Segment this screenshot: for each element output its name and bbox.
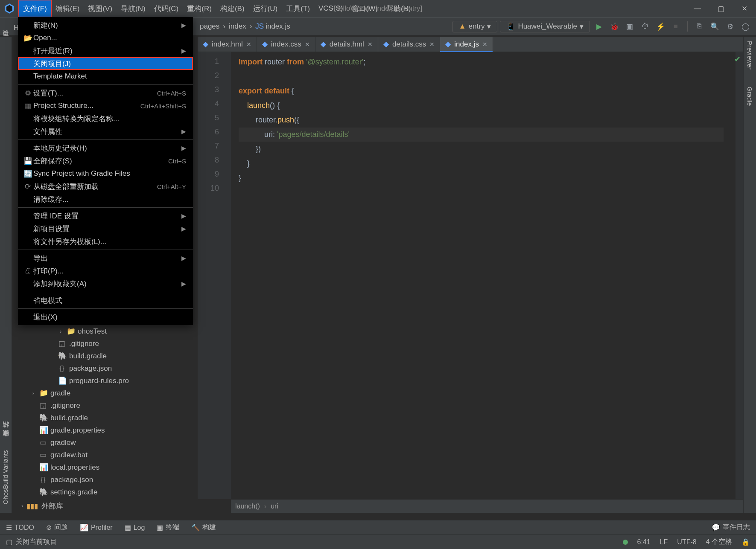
line-number[interactable]: 6 (202, 125, 219, 139)
menu-item-添加到收藏夹a[interactable]: 添加到收藏夹(A)▶ (18, 277, 193, 290)
editor-tab-details-hml[interactable]: ◆details.hml✕ (315, 37, 378, 52)
menu-item-清除缓存[interactable]: 清除缓存... (18, 193, 193, 206)
editor-right-gutter[interactable] (736, 52, 743, 499)
menu-item-从磁盘全部重新加载[interactable]: ⟳从磁盘全部重新加载Ctrl+Alt+Y (18, 180, 193, 193)
crumb-index[interactable]: index (229, 22, 246, 31)
menu-navigate[interactable]: 导航(N) (117, 0, 150, 17)
menu-item-打开最近r[interactable]: 打开最近(R)▶ (18, 44, 193, 57)
run-button[interactable]: ▶ (593, 20, 605, 33)
tree-row[interactable]: 🐘build.gradle (20, 350, 195, 362)
line-number[interactable]: 4 (202, 97, 219, 111)
readonly-toggle[interactable]: 🔒 (741, 538, 750, 546)
line-number[interactable]: 10 (202, 181, 219, 195)
menu-item-新项目设置[interactable]: 新项目设置▶ (18, 222, 193, 235)
caret-position[interactable]: 6:41 (637, 538, 651, 546)
menu-item-设置t[interactable]: ⚙设置(T)...Ctrl+Alt+S (18, 87, 193, 99)
tree-row[interactable]: 📄proguard-rules.pro (20, 375, 195, 387)
tree-row[interactable]: 🐘settings.gradle (20, 486, 195, 498)
tree-row[interactable]: ›📁ohosTest (20, 325, 195, 337)
editor-tab-index-js[interactable]: ◆index.js✕ (440, 37, 493, 52)
vcs-button[interactable]: ⎘ (693, 20, 706, 33)
tree-row[interactable]: ›📁gradle (20, 387, 195, 399)
menu-item-将模块组转换为限定名称[interactable]: 将模块组转换为限定名称... (18, 112, 193, 125)
stop-button[interactable]: ■ (669, 20, 682, 33)
menu-item-关闭项目j[interactable]: 关闭项目(J) (18, 57, 193, 70)
rail-ohos-variants[interactable]: OhosBuild Variants (0, 446, 11, 508)
tree-row[interactable]: {}package.json (20, 362, 195, 375)
rail-structure[interactable]: 结构 (0, 429, 12, 437)
menu-item-管理-ide-设置[interactable]: 管理 IDE 设置▶ (18, 209, 193, 222)
status-ok-icon[interactable] (623, 540, 628, 545)
editor-tab-index-hml[interactable]: ◆index.hml✕ (198, 37, 257, 52)
menu-item-本地历史记录h[interactable]: 本地历史记录(H)▶ (18, 142, 193, 154)
line-ending[interactable]: LF (660, 538, 668, 546)
rail-previewer[interactable]: Previewer (744, 37, 756, 74)
search-everywhere-button[interactable]: 🔍 (708, 20, 721, 33)
bc-launch[interactable]: launch() (235, 503, 260, 510)
line-number[interactable]: 9 (202, 167, 219, 181)
bc-uri[interactable]: uri (271, 503, 278, 510)
expand-toggle[interactable]: › (58, 328, 63, 334)
coverage-button[interactable]: ▣ (623, 20, 636, 33)
menu-view[interactable]: 视图(V) (84, 0, 117, 17)
menu-item-导出[interactable]: 导出▶ (18, 252, 193, 264)
menu-refactor[interactable]: 重构(R) (183, 0, 216, 17)
device-selector[interactable]: 📱 Huawei_Wearable ▾ (500, 21, 590, 32)
ext-lib-row[interactable]: › ▮▮▮ 外部库 (20, 500, 195, 512)
menu-item-全部保存s[interactable]: 💾全部保存(S)Ctrl+S (18, 154, 193, 167)
menu-item-退出x[interactable]: 退出(X) (18, 311, 193, 323)
tw-build[interactable]: 🔨构建 (191, 523, 216, 532)
close-tab-icon[interactable]: ✕ (368, 41, 373, 48)
tree-row[interactable]: ▭gradlew.bat (20, 449, 195, 461)
tw-log[interactable]: ▤Log (125, 523, 145, 532)
line-number[interactable]: 1 (202, 55, 219, 69)
line-number[interactable]: 8 (202, 153, 219, 167)
line-gutter[interactable]: 12345678910 (198, 52, 223, 499)
code-editor[interactable]: import router from '@system.router'; exp… (231, 52, 731, 499)
account-button[interactable]: ◯ (739, 20, 752, 33)
close-tab-icon[interactable]: ✕ (429, 41, 435, 48)
menu-edit[interactable]: 编辑(E) (51, 0, 84, 17)
crumb-pages[interactable]: pages (200, 22, 219, 31)
tree-row[interactable]: ◱.gitignore (20, 399, 195, 412)
menu-run[interactable]: 运行(U) (249, 0, 282, 17)
rail-gradle[interactable]: Gradle (744, 82, 756, 110)
tw-profiler[interactable]: 📈Profiler (80, 523, 113, 532)
menu-item-文件属性[interactable]: 文件属性▶ (18, 125, 193, 138)
menu-item-open[interactable]: 📂Open... (18, 32, 193, 44)
expand-toggle[interactable]: › (21, 503, 23, 509)
tw-terminal[interactable]: ▣终端 (157, 523, 179, 532)
tw-todo[interactable]: ☰TODO (6, 523, 34, 532)
minimize-button[interactable]: — (686, 0, 709, 17)
menu-item-sync-project-with-gradle-files[interactable]: 🔄Sync Project with Gradle Files (18, 167, 193, 180)
menu-item-省电模式[interactable]: 省电模式 (18, 294, 193, 307)
menu-build[interactable]: 构建(B) (216, 0, 249, 17)
line-number[interactable]: 2 (202, 69, 219, 83)
tree-row[interactable]: ▭gradlew (20, 436, 195, 449)
editor-tab-details-css[interactable]: ◆details.css✕ (378, 37, 440, 52)
run-config-selector[interactable]: ▲ entry ▾ (452, 21, 498, 32)
menu-tools[interactable]: 工具(T) (282, 0, 314, 17)
line-number[interactable]: 5 (202, 111, 219, 125)
rail-favorites[interactable]: 收藏夹 (0, 437, 12, 446)
indent-setting[interactable]: 4 个空格 (706, 537, 732, 546)
menu-item-将文件另存为模板l[interactable]: 将文件另存为模板(L)... (18, 235, 193, 248)
close-tab-icon[interactable]: ✕ (305, 41, 310, 48)
maximize-button[interactable]: ▢ (709, 0, 733, 17)
tw-events[interactable]: 💬事件日志 (712, 523, 750, 532)
tree-row[interactable]: 📊gradle.properties (20, 424, 195, 436)
file-encoding[interactable]: UTF-8 (677, 538, 696, 546)
close-tab-icon[interactable]: ✕ (482, 41, 487, 48)
tree-row[interactable]: 📊local.properties (20, 461, 195, 473)
rail-project[interactable]: 项目 (0, 37, 12, 45)
tree-row[interactable]: 🐘build.gradle (20, 412, 195, 424)
menu-item-新建n[interactable]: 新建(N)▶ (18, 19, 193, 32)
profile-button[interactable]: ⏱ (639, 20, 651, 33)
editor-tab-index-css[interactable]: ◆index.css✕ (257, 37, 315, 52)
inspection-ok-icon[interactable]: ✔ (734, 55, 741, 64)
crumb-file[interactable]: index.js (266, 22, 290, 31)
settings-button[interactable]: ⚙ (724, 20, 736, 33)
fold-column[interactable] (223, 52, 231, 499)
menu-item-project-structure[interactable]: ▦Project Structure...Ctrl+Alt+Shift+S (18, 99, 193, 112)
line-number[interactable]: 7 (202, 139, 219, 153)
